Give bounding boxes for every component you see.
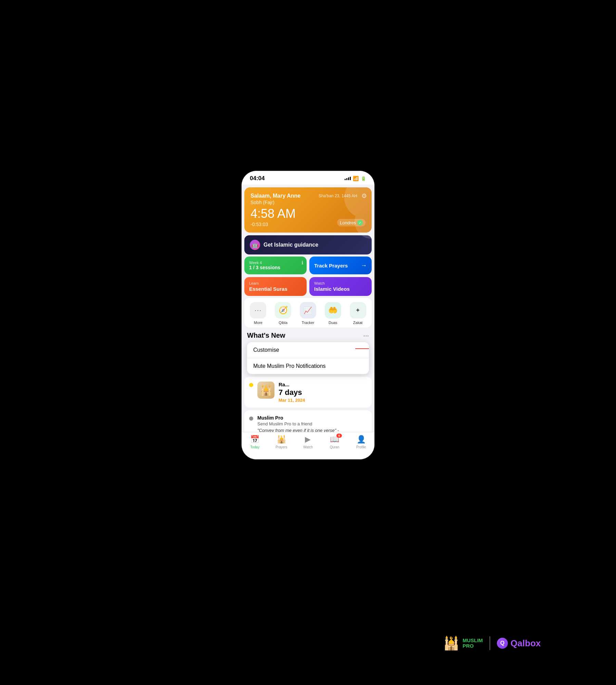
quick-icons-row: ··· More 🧭 Qibla 📈 Tracker 🤲 Duas ✦: [244, 298, 372, 327]
context-menu: Customise Mute Muslim Pro Notifications: [247, 342, 369, 374]
quran-badge: 6: [336, 434, 342, 438]
learn-label: Learn: [249, 281, 302, 285]
location-check-icon: ✓: [357, 220, 363, 225]
quran-badge-container: 📖 6: [330, 435, 339, 444]
whats-new-header: What's New ···: [242, 330, 374, 342]
action-cards-grid: Week 4 1 / 3 sessions ℹ Track Prayers → …: [244, 257, 372, 296]
watch-icon: ▶: [305, 435, 311, 444]
qibla-label: Qibla: [279, 321, 287, 325]
tab-watch[interactable]: ▶ Watch: [298, 435, 318, 449]
prayers-icon: 🕌: [277, 435, 286, 444]
days-countdown: 7 days: [279, 388, 367, 397]
news-content-ramadan: Ra... 7 days Mar 11, 2024: [279, 382, 367, 403]
sessions-label: 1 / 3 sessions: [249, 265, 302, 270]
guidance-icon: 🤖: [250, 240, 260, 250]
today-icon: 📅: [250, 435, 259, 444]
week-label: Week 4: [249, 261, 302, 265]
send-friend-text: Send Muslim Pro to a friend: [257, 421, 367, 426]
more-icon: ···: [250, 302, 266, 319]
location-text: Londres: [340, 220, 356, 225]
mosque-icon: 🕌: [257, 382, 274, 399]
context-menu-indicator: [355, 348, 369, 349]
zakat-icon-item[interactable]: ✦ Zakat: [348, 302, 368, 325]
qalbox-logo-icon: Q: [497, 638, 508, 649]
tab-quran[interactable]: 📖 6 Quran: [324, 435, 345, 449]
mosque-logo-icon: 🕌: [443, 636, 459, 651]
location-area: Londres ✓: [337, 219, 365, 226]
news-title-ramadan: Ra...: [279, 382, 367, 387]
zakat-label: Zakat: [353, 321, 363, 325]
news-bullet-gray: [249, 416, 253, 421]
guidance-button[interactable]: 🤖 Get Islamic guidance: [244, 235, 372, 254]
videos-title: Islamic Videos: [314, 286, 367, 292]
duas-icon-item[interactable]: 🤲 Duas: [323, 302, 343, 325]
qalbox-logo: Q Qalbox: [497, 638, 541, 649]
prayer-header-card[interactable]: Salaam, Mary Anne Sobh (Fajr) 4:58 AM -0…: [244, 187, 372, 233]
tab-profile[interactable]: 👤 Profile: [351, 435, 371, 449]
muslim-pro-title: Muslim Pro: [257, 415, 367, 421]
watch-videos-card[interactable]: Watch Islamic Videos: [309, 277, 372, 296]
muslim-pro-logo: 🕌 MUSLIM PRO: [443, 636, 483, 651]
tab-prayers[interactable]: 🕌 Prayers: [271, 435, 292, 449]
mute-notifications-menu-item[interactable]: Mute Muslim Pro Notifications: [247, 358, 369, 374]
muslim-pro-logo-text: MUSLIM PRO: [463, 638, 483, 649]
duas-label: Duas: [329, 321, 337, 325]
qibla-icon: 🧭: [275, 302, 291, 319]
tracker-icon: 📈: [300, 302, 316, 319]
profile-label: Profile: [356, 445, 366, 449]
scroll-content[interactable]: Salaam, Mary Anne Sobh (Fajr) 4:58 AM -0…: [242, 185, 374, 439]
prayer-name: Sobh (Fajr): [251, 200, 365, 205]
more-icon-item[interactable]: ··· More: [248, 302, 268, 325]
hijri-date: Sha'ban 23, 1445 AH: [319, 194, 357, 198]
info-icon[interactable]: ℹ: [301, 260, 303, 265]
watch-label: Watch: [303, 445, 313, 449]
today-label: Today: [250, 445, 259, 449]
tracker-icon-item[interactable]: 📈 Tracker: [298, 302, 318, 325]
sessions-card[interactable]: Week 4 1 / 3 sessions ℹ: [244, 257, 307, 274]
tab-today[interactable]: 📅 Today: [245, 435, 265, 449]
phone-frame: 04:04 📶 🔋 Salaam, Mary Anne Sobh (Fajr) …: [241, 171, 375, 460]
whats-new-title: What's New: [247, 332, 285, 339]
more-label: More: [254, 321, 262, 325]
prayers-label: Prayers: [275, 445, 287, 449]
battery-icon: 🔋: [361, 176, 366, 181]
customise-menu-item[interactable]: Customise: [247, 342, 369, 358]
track-prayers-card[interactable]: Track Prayers →: [309, 257, 372, 274]
quran-label: Quran: [330, 445, 339, 449]
logo-divider: [490, 636, 490, 650]
status-bar: 04:04 📶 🔋: [242, 171, 374, 185]
qalbox-logo-text: Qalbox: [511, 638, 541, 649]
news-bullet-yellow: [249, 383, 253, 387]
signal-icon: [345, 177, 351, 180]
news-card-ramadan[interactable]: 🕌 Ra... 7 days Mar 11, 2024: [244, 377, 372, 408]
duas-icon: 🤲: [325, 302, 341, 319]
status-icons: 📶 🔋: [345, 176, 366, 181]
track-prayers-arrow: →: [361, 262, 367, 269]
settings-gear-icon[interactable]: ⚙: [361, 192, 367, 200]
suras-title: Essential Suras: [249, 286, 302, 292]
profile-icon: 👤: [357, 435, 366, 444]
tracker-label: Tracker: [302, 321, 315, 325]
guidance-label: Get Islamic guidance: [264, 242, 318, 248]
news-date: Mar 11, 2024: [279, 398, 367, 403]
qibla-icon-item[interactable]: 🧭 Qibla: [273, 302, 293, 325]
zakat-icon: ✦: [350, 302, 366, 319]
status-time: 04:04: [250, 175, 265, 182]
track-prayers-label: Track Prayers: [314, 263, 348, 269]
watch-label: Watch: [314, 281, 367, 285]
tab-bar: 📅 Today 🕌 Prayers ▶ Watch 📖 6 Quran 👤: [242, 432, 374, 459]
wifi-icon: 📶: [353, 176, 359, 181]
news-content-muslimpro: Muslim Pro Send Muslim Pro to a friend "…: [257, 415, 367, 433]
bottom-logos-area: 🕌 MUSLIM PRO Q Qalbox: [443, 636, 541, 651]
whats-new-more-button[interactable]: ···: [363, 332, 369, 339]
learn-suras-card[interactable]: Learn Essential Suras: [244, 277, 307, 296]
